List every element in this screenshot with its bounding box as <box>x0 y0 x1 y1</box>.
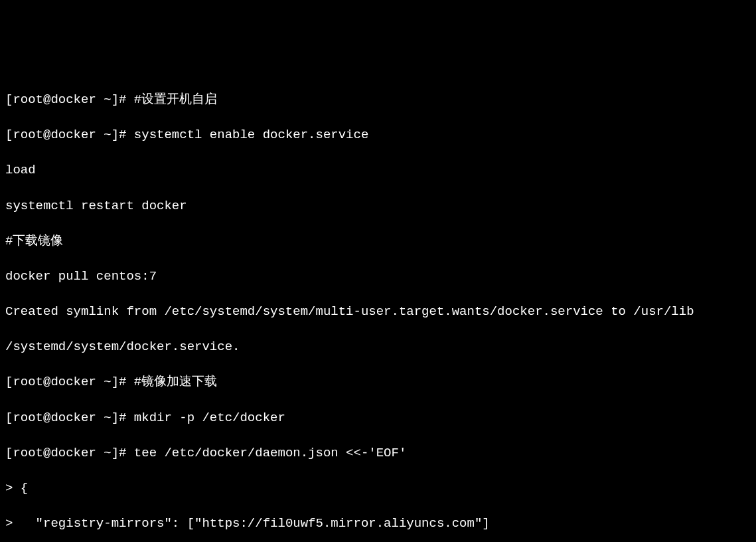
terminal-line: [root@docker ~]# tee /etc/docker/daemon.… <box>5 444 751 462</box>
terminal-line: [root@docker ~]# mkdir -p /etc/docker <box>5 409 751 427</box>
terminal-line: /systemd/system/docker.service. <box>5 338 751 356</box>
terminal-line: [root@docker ~]# #设置开机自启 <box>5 91 751 109</box>
output: #下载镜像 <box>5 234 63 248</box>
terminal-line: [root@docker ~]# systemctl enable docker… <box>5 126 751 144</box>
terminal-line: #下载镜像 <box>5 232 751 250</box>
terminal-line: [root@docker ~]# #镜像加速下载 <box>5 373 751 391</box>
command: mkdir -p /etc/docker <box>134 410 285 425</box>
prompt: [root@docker ~]# <box>5 375 134 389</box>
prompt: [root@docker ~]# <box>5 92 134 107</box>
output: /systemd/system/docker.service. <box>5 339 240 354</box>
prompt: [root@docker ~]# <box>5 446 134 460</box>
command: #镜像加速下载 <box>134 375 217 389</box>
cont-prompt: > <box>5 481 21 496</box>
terminal-line: > { <box>5 480 751 497</box>
cont-prompt: > <box>5 516 21 531</box>
prompt: [root@docker ~]# <box>5 128 134 142</box>
command: tee /etc/docker/daemon.json <<-'EOF' <box>134 446 406 460</box>
prompt: [root@docker ~]# <box>5 410 134 425</box>
output: Created symlink from /etc/systemd/system… <box>5 304 694 319</box>
output: systemctl restart docker <box>5 199 187 213</box>
command: systemctl enable docker.service <box>134 128 368 142</box>
output: docker pull centos:7 <box>5 269 157 284</box>
heredoc-input: "registry-mirrors": ["https://fil0uwf5.m… <box>21 516 490 531</box>
terminal-line: load <box>5 161 751 179</box>
command: #设置开机自启 <box>134 92 217 107</box>
terminal-line: systemctl restart docker <box>5 197 751 215</box>
terminal-line: Created symlink from /etc/systemd/system… <box>5 303 751 321</box>
heredoc-input: { <box>21 481 28 496</box>
output: load <box>5 163 36 177</box>
terminal-output[interactable]: [root@docker ~]# #设置开机自启 [root@docker ~]… <box>5 73 751 542</box>
terminal-line: > "registry-mirrors": ["https://fil0uwf5… <box>5 515 751 533</box>
terminal-line: docker pull centos:7 <box>5 268 751 286</box>
